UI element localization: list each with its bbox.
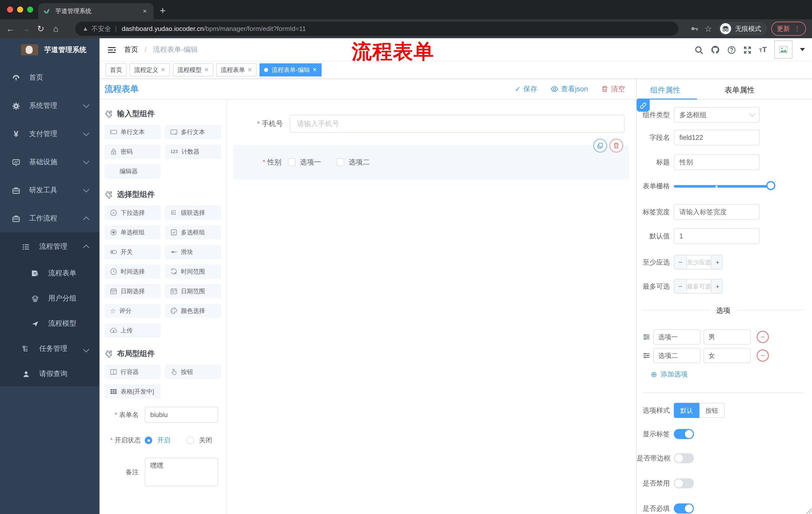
- avatar[interactable]: [774, 40, 792, 59]
- delete-component-button[interactable]: [609, 139, 623, 153]
- component-select[interactable]: 下拉选择: [105, 206, 161, 220]
- component-rate[interactable]: ☆评分: [105, 304, 161, 318]
- sidebar-item-home[interactable]: 首页: [0, 63, 99, 91]
- window-minimize-button[interactable]: [17, 6, 23, 12]
- component-counter[interactable]: 123计数器: [165, 144, 221, 159]
- tag-process-model[interactable]: 流程模型✕: [173, 63, 213, 77]
- component-type-select[interactable]: 多选框组: [674, 107, 760, 123]
- border-switch[interactable]: [674, 453, 694, 463]
- update-button[interactable]: 更新 ⋮: [771, 22, 806, 36]
- form-canvas[interactable]: 手机号 请输入手机号 性别 选项一 选项二: [227, 100, 636, 514]
- form-name-input[interactable]: [145, 407, 218, 423]
- label-width-input[interactable]: [674, 204, 760, 220]
- github-button[interactable]: [711, 45, 720, 55]
- breadcrumb-home[interactable]: 首页: [124, 46, 138, 53]
- option2-value-input[interactable]: [703, 348, 751, 363]
- component-date-range[interactable]: 日期范围: [165, 284, 221, 298]
- gender-option2[interactable]: 选项二: [337, 157, 370, 167]
- component-time-picker[interactable]: 时间选择: [105, 265, 161, 279]
- home-button[interactable]: ⌂: [48, 24, 63, 34]
- tag-home[interactable]: 首页: [106, 63, 127, 77]
- checkbox-icon[interactable]: [337, 158, 344, 166]
- component-switch[interactable]: 开关: [105, 245, 161, 259]
- canvas-gender-field-selected[interactable]: 性别 选项一 选项二: [233, 145, 629, 180]
- phone-input[interactable]: 请输入手机号: [289, 115, 625, 133]
- gender-option1[interactable]: 选项一: [288, 157, 321, 167]
- component-password[interactable]: 密码: [105, 144, 161, 159]
- max-select-stepper[interactable]: − 最多可选 +: [674, 279, 723, 294]
- sidebar-item-process-model[interactable]: 流程模型: [0, 311, 99, 336]
- min-select-stepper[interactable]: − 至少应选 +: [674, 255, 723, 270]
- sidebar-item-payment[interactable]: ¥ 支付管理: [0, 120, 99, 148]
- component-time-range[interactable]: 时间范围: [165, 265, 221, 279]
- sidebar-item-infra[interactable]: 基础设施: [0, 148, 99, 176]
- sidebar-item-task-mgmt[interactable]: 任务管理: [0, 336, 99, 361]
- address-bar[interactable]: ▲ 不安全 | dashboard.yudao.iocoder.cn /bpm/…: [76, 22, 678, 36]
- component-checkbox-group[interactable]: 多选框组: [165, 225, 221, 239]
- browser-tab[interactable]: 芋道管理系统 ×: [38, 3, 154, 19]
- reload-button[interactable]: ↻: [33, 24, 48, 34]
- component-date-picker[interactable]: 日期选择: [105, 284, 161, 298]
- option1-value-input[interactable]: [703, 329, 751, 345]
- add-option-button[interactable]: ⊕ 添加选项: [651, 370, 804, 379]
- save-button[interactable]: ✓保存: [515, 84, 537, 94]
- view-json-button[interactable]: 查看json: [550, 84, 588, 94]
- new-tab-button[interactable]: +: [160, 4, 166, 17]
- tag-close-icon[interactable]: ✕: [204, 66, 208, 73]
- checkbox-icon[interactable]: [288, 158, 295, 166]
- window-close-button[interactable]: [7, 6, 13, 12]
- browser-menu-icon[interactable]: ⋮: [794, 25, 801, 33]
- required-switch[interactable]: [674, 504, 694, 514]
- component-single-line-text[interactable]: 单行文本: [105, 125, 161, 139]
- back-button[interactable]: ←: [3, 24, 18, 34]
- resize-grip[interactable]: [806, 508, 812, 514]
- component-color-picker[interactable]: 颜色选择: [165, 304, 221, 318]
- slider-handle[interactable]: [766, 181, 775, 190]
- collapse-sidebar-button[interactable]: [108, 45, 116, 54]
- copy-component-button[interactable]: [593, 139, 607, 153]
- sidebar-item-leave-query[interactable]: 请假查询: [0, 361, 99, 386]
- style-default-button-selected[interactable]: 默认: [674, 403, 699, 418]
- remove-option-button[interactable]: −: [757, 350, 769, 361]
- tag-close-icon[interactable]: ✕: [312, 66, 317, 73]
- field-name-input[interactable]: [674, 130, 760, 145]
- forward-button[interactable]: →: [18, 24, 33, 34]
- component-radio-group[interactable]: 单选框组: [105, 225, 161, 239]
- bookmark-star-icon[interactable]: ☆: [704, 24, 712, 34]
- password-key-icon[interactable]: [690, 25, 698, 33]
- stepper-minus-button[interactable]: −: [674, 280, 686, 293]
- security-label[interactable]: 不安全: [91, 24, 111, 33]
- component-slider[interactable]: 滑块: [165, 245, 221, 259]
- tag-close-icon[interactable]: ✕: [161, 66, 165, 73]
- drag-handle-icon[interactable]: [643, 333, 650, 341]
- component-cascader[interactable]: 级联选择: [165, 206, 221, 220]
- help-button[interactable]: [727, 45, 736, 54]
- component-row-container[interactable]: 行容器: [105, 365, 161, 379]
- sidebar-item-workflow[interactable]: 工作流程: [0, 204, 99, 232]
- component-button[interactable]: 按钮: [165, 365, 221, 379]
- remove-option-button[interactable]: −: [757, 331, 769, 343]
- option2-label-input[interactable]: [653, 348, 700, 363]
- stepper-plus-button[interactable]: +: [712, 255, 723, 269]
- tag-process-definition[interactable]: 流程定义✕: [129, 63, 170, 77]
- tab-component-props[interactable]: 组件属性: [650, 85, 680, 95]
- show-label-switch[interactable]: [674, 429, 694, 439]
- window-zoom-button[interactable]: [27, 6, 33, 12]
- search-button[interactable]: [695, 45, 703, 54]
- style-button-button[interactable]: 按钮: [699, 403, 725, 418]
- avatar-dropdown-icon[interactable]: [800, 48, 805, 51]
- disabled-switch[interactable]: [674, 478, 694, 488]
- tag-close-icon[interactable]: ✕: [248, 66, 252, 73]
- grid-slider[interactable]: [674, 179, 776, 194]
- tag-process-form[interactable]: 流程表单✕: [216, 63, 257, 77]
- slider-track[interactable]: [674, 185, 772, 188]
- title-input[interactable]: [674, 154, 760, 170]
- tag-process-form-edit-active[interactable]: 流程表单-编辑✕: [260, 63, 321, 77]
- default-value-input[interactable]: [674, 228, 760, 244]
- option1-label-input[interactable]: [653, 329, 700, 345]
- sidebar-item-process-mgmt[interactable]: 流程管理: [0, 232, 99, 261]
- sidebar-item-devtools[interactable]: 研发工具: [0, 176, 99, 204]
- canvas-phone-field[interactable]: 手机号 请输入手机号: [227, 115, 636, 133]
- radio-off[interactable]: [186, 437, 194, 444]
- component-multi-line-text[interactable]: 多行文本: [165, 125, 221, 139]
